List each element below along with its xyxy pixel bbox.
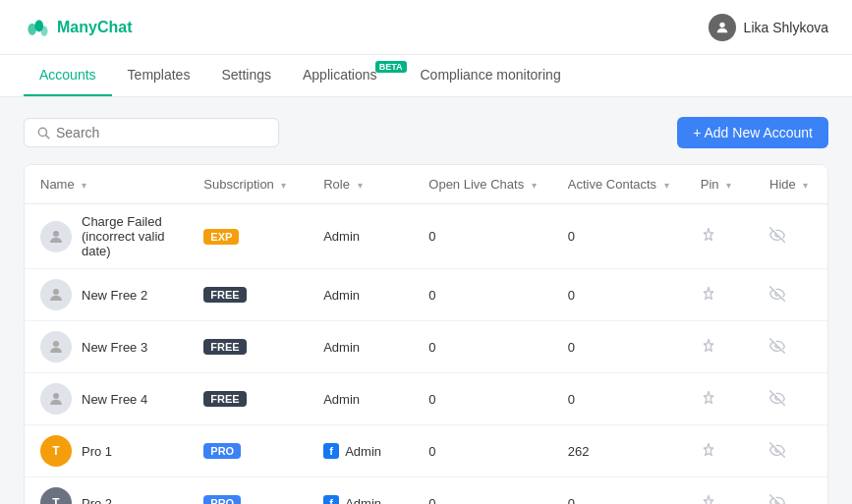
avatar <box>40 279 72 310</box>
avatar: T <box>40 435 72 467</box>
pin-icon[interactable] <box>701 290 716 305</box>
avatar <box>709 14 736 41</box>
sort-icon-role: ▾ <box>358 180 363 191</box>
hide-icon[interactable] <box>769 394 785 409</box>
account-name-cell: New Free 3 <box>25 321 188 373</box>
role-cell-td: fAdmin <box>308 425 413 477</box>
user-name: Lika Shlykova <box>744 20 828 35</box>
logo-text: ManyChat <box>57 19 132 36</box>
account-name: New Free 2 <box>82 288 147 303</box>
role-label: Admin <box>323 392 360 407</box>
svg-point-9 <box>53 393 59 399</box>
tab-applications[interactable]: Applications BETA <box>287 55 405 96</box>
open-live-chats-cell: 0 <box>413 373 551 425</box>
pin-cell[interactable] <box>685 204 754 269</box>
nav-tabs: Accounts Templates Settings Applications… <box>0 55 852 97</box>
role-cell: Admin <box>323 392 397 407</box>
tab-settings[interactable]: Settings <box>205 55 287 96</box>
hide-cell[interactable] <box>754 477 827 505</box>
sort-icon-contacts: ▾ <box>664 180 669 191</box>
pin-icon[interactable] <box>701 394 716 409</box>
open-live-chats-cell: 0 <box>413 321 551 373</box>
account-name: Charge Failed (incorrect valid date) <box>82 214 172 258</box>
toolbar: + Add New Account <box>24 117 828 148</box>
subscription-badge: FREE <box>203 339 246 355</box>
col-header-live-chats[interactable]: Open Live Chats ▾ <box>413 165 551 204</box>
active-contacts-cell: 0 <box>552 477 685 505</box>
hide-icon[interactable] <box>769 446 785 461</box>
account-name: Pro 2 <box>82 496 112 505</box>
beta-badge: BETA <box>375 61 407 73</box>
subscription-cell: PRO <box>188 425 308 477</box>
role-cell-td: Admin <box>308 321 413 373</box>
hide-cell[interactable] <box>754 204 827 269</box>
subscription-cell: EXP <box>188 204 308 269</box>
hide-icon[interactable] <box>769 498 785 505</box>
role-label: Admin <box>345 496 381 505</box>
table-header-row: Name ▾ Subscription ▾ Role ▾ Open Live C… <box>25 165 827 204</box>
hide-cell[interactable] <box>754 373 827 425</box>
account-name: New Free 3 <box>82 340 147 355</box>
pin-cell[interactable] <box>685 373 754 425</box>
role-label: Admin <box>323 288 360 303</box>
avatar <box>40 383 72 415</box>
facebook-icon: f <box>323 495 339 504</box>
pin-cell[interactable] <box>685 477 754 505</box>
col-header-role[interactable]: Role ▾ <box>308 165 413 204</box>
subscription-cell: FREE <box>188 373 308 425</box>
pin-icon[interactable] <box>701 231 716 246</box>
hide-icon[interactable] <box>769 342 785 357</box>
sort-icon-chats: ▾ <box>532 180 537 191</box>
sort-icon-sub: ▾ <box>281 180 286 191</box>
sort-icon-hide: ▾ <box>803 180 808 191</box>
subscription-cell: FREE <box>188 269 308 321</box>
subscription-badge: EXP <box>203 229 239 245</box>
pin-cell[interactable] <box>685 425 754 477</box>
hide-icon[interactable] <box>769 231 785 246</box>
hide-icon[interactable] <box>769 290 785 305</box>
pin-icon[interactable] <box>701 342 716 357</box>
col-header-subscription[interactable]: Subscription ▾ <box>188 165 308 204</box>
hide-cell[interactable] <box>754 425 827 477</box>
account-name: Pro 1 <box>82 444 112 459</box>
facebook-icon: f <box>323 443 339 459</box>
tab-compliance[interactable]: Compliance monitoring <box>405 55 577 96</box>
subscription-badge: PRO <box>203 495 241 504</box>
subscription-cell: PRO <box>188 477 308 505</box>
table-row: New Free 4 FREE Admin 0 0 <box>25 373 827 425</box>
add-account-button[interactable]: + Add New Account <box>677 117 828 148</box>
svg-point-3 <box>719 22 724 27</box>
role-cell: fAdmin <box>323 443 397 459</box>
role-label: Admin <box>323 229 360 244</box>
search-input[interactable] <box>56 125 266 140</box>
tab-templates[interactable]: Templates <box>112 55 206 96</box>
role-cell-td: fAdmin <box>308 477 413 505</box>
active-contacts-cell: 262 <box>552 425 685 477</box>
avatar <box>40 221 72 252</box>
pin-cell[interactable] <box>685 321 754 373</box>
svg-point-2 <box>41 26 48 36</box>
role-label: Admin <box>345 444 381 459</box>
hide-cell[interactable] <box>754 269 827 321</box>
subscription-cell: FREE <box>188 321 308 373</box>
open-live-chats-cell: 0 <box>413 204 551 269</box>
pin-icon[interactable] <box>701 446 716 461</box>
role-cell-td: Admin <box>308 373 413 425</box>
hide-cell[interactable] <box>754 321 827 373</box>
subscription-badge: FREE <box>203 287 246 303</box>
col-header-hide: Hide ▾ <box>754 165 827 204</box>
tab-accounts[interactable]: Accounts <box>24 55 112 96</box>
svg-line-5 <box>46 136 49 139</box>
col-header-name[interactable]: Name ▾ <box>25 165 188 204</box>
search-wrap[interactable] <box>24 118 279 147</box>
active-contacts-cell: 0 <box>552 269 685 321</box>
col-header-active-contacts[interactable]: Active Contacts ▾ <box>552 165 685 204</box>
pin-cell[interactable] <box>685 269 754 321</box>
pin-icon[interactable] <box>701 498 716 505</box>
role-cell: Admin <box>323 340 397 355</box>
search-icon <box>36 126 50 140</box>
active-contacts-cell: 0 <box>552 373 685 425</box>
role-cell: fAdmin <box>323 495 397 504</box>
avatar <box>40 331 72 363</box>
account-name-cell: T Pro 1 <box>25 425 188 477</box>
